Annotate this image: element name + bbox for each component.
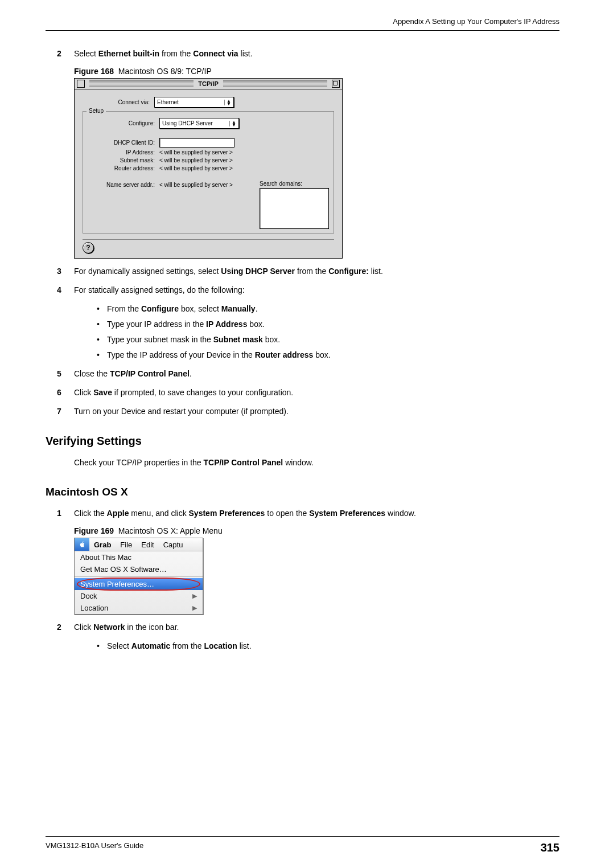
footer-guide: VMG1312-B10A User's Guide: [46, 841, 143, 854]
verifying-settings-heading: Verifying Settings: [46, 435, 559, 448]
configure-label: Configure:: [88, 120, 159, 126]
text: Click: [74, 388, 93, 397]
close-box-icon[interactable]: [77, 80, 85, 88]
menu-item-dock[interactable]: Dock▶: [75, 590, 203, 602]
bold: Network: [93, 623, 125, 632]
text: menu, and click: [129, 509, 188, 518]
step-4: 4 For statically assigned settings, do t…: [57, 284, 559, 296]
step-text: For statically assigned settings, do the…: [74, 284, 559, 296]
macintosh-osx-heading: Macintosh OS X: [46, 486, 559, 498]
menu-separator: [75, 576, 203, 577]
setup-legend: Setup: [87, 108, 106, 114]
figure-title: Macintosh OS 8/9: TCP/IP: [118, 67, 212, 76]
subnet-mask-label: Subnet mask:: [88, 157, 159, 163]
step-number: 6: [57, 387, 74, 399]
setup-group: Setup Configure: Using DHCP Server ▲▼ DH…: [83, 111, 334, 234]
connect-via-popup[interactable]: Ethernet ▲▼: [154, 97, 234, 108]
step-text: Turn on your Device and restart your com…: [74, 406, 559, 417]
text: box.: [313, 350, 330, 359]
router-address-label: Router address:: [88, 165, 159, 171]
step-7: 7 Turn on your Device and restart your c…: [57, 406, 559, 417]
bold: Manually: [221, 304, 256, 313]
text: From the: [107, 304, 141, 313]
menu-item-system-preferences[interactable]: System Preferences…: [75, 578, 203, 590]
menu-item-label: Get Mac OS X Software…: [80, 565, 167, 574]
step-text: Click Save if prompted, to save changes …: [74, 387, 559, 399]
osx-step-2-bullets: • Select Automatic from the Location lis…: [97, 640, 559, 652]
popup-arrows-icon: ▲▼: [224, 100, 231, 105]
step-number: 5: [57, 368, 74, 380]
menu-item-get-software[interactable]: Get Mac OS X Software…: [75, 563, 203, 575]
menu-bar-item-edit[interactable]: Edit: [137, 541, 158, 549]
ip-address-value: < will be supplied by server >: [159, 149, 233, 155]
bold: Ethernet built-in: [98, 49, 159, 58]
text: if prompted, to save changes to your con…: [112, 388, 293, 397]
step-3: 3 For dynamically assigned settings, sel…: [57, 265, 559, 277]
menu-item-label: About This Mac: [80, 553, 131, 562]
bold: IP Address: [206, 320, 247, 329]
text: Select: [74, 49, 98, 58]
bullet-dot: •: [97, 349, 107, 361]
subnet-mask-value: < will be supplied by server >: [159, 157, 233, 163]
menu-bar-item-capture[interactable]: Captu: [159, 541, 188, 549]
zoom-box-icon[interactable]: [332, 80, 340, 88]
apple-logo-icon: [79, 541, 86, 548]
dhcp-client-id-label: DHCP Client ID:: [88, 140, 159, 146]
text: Close the: [74, 369, 110, 378]
bold: Automatic: [131, 641, 170, 650]
bullet-item: • Type your IP address in the IP Address…: [97, 318, 559, 330]
text: Select: [107, 641, 131, 650]
text: list.: [238, 49, 253, 58]
step-text: Click Network in the icon bar.: [74, 621, 559, 633]
bold: Apple: [107, 509, 129, 518]
text: window.: [385, 509, 416, 518]
text: Check your TCP/IP properties in the: [74, 458, 203, 467]
help-icon: ?: [86, 244, 90, 252]
bold: Location: [204, 641, 237, 650]
help-button[interactable]: ?: [83, 242, 94, 253]
configure-value: Using DHCP Server: [162, 120, 213, 126]
submenu-arrow-icon: ▶: [192, 592, 197, 600]
menu-item-about[interactable]: About This Mac: [75, 551, 203, 563]
bold: System Preferences: [189, 509, 265, 518]
bold: Using DHCP Server: [221, 267, 295, 276]
bullet-item: • Type the IP address of your Device in …: [97, 349, 559, 361]
dhcp-client-id-input[interactable]: [159, 138, 234, 148]
step-number: 7: [57, 406, 74, 417]
window-title: TCP/IP: [194, 80, 223, 87]
text: list.: [369, 267, 383, 276]
bullet-item: • From the Configure box, select Manuall…: [97, 303, 559, 315]
bold: Configure: [141, 304, 179, 313]
step-6: 6 Click Save if prompted, to save change…: [57, 387, 559, 399]
step-number: 1: [57, 507, 74, 519]
name-server-value: < will be supplied by server >: [159, 181, 260, 188]
step-text: Close the TCP/IP Control Panel.: [74, 368, 559, 380]
step-number: 3: [57, 265, 74, 277]
search-domains-input[interactable]: [260, 188, 329, 229]
text: Click: [74, 623, 93, 632]
text: box.: [247, 320, 264, 329]
bullet-dot: •: [97, 303, 107, 315]
text: .: [256, 304, 258, 313]
osx-step-2: 2 Click Network in the icon bar.: [57, 621, 559, 633]
menu-item-location[interactable]: Location▶: [75, 602, 203, 614]
figure-169-caption: Figure 169 Macintosh OS X: Apple Menu: [74, 526, 559, 535]
router-address-value: < will be supplied by server >: [159, 165, 233, 171]
text: to open the: [265, 509, 309, 518]
text: window.: [283, 458, 314, 467]
configure-popup[interactable]: Using DHCP Server ▲▼: [159, 118, 239, 129]
apple-menu-button[interactable]: [75, 538, 89, 551]
menu-item-label: Location: [80, 604, 108, 612]
text: Type the IP address of your Device in th…: [107, 350, 255, 359]
bold: TCP/IP Control Panel: [110, 369, 190, 378]
step-text: Select Ethernet built-in from the Connec…: [74, 48, 559, 60]
text: For dynamically assigned settings, selec…: [74, 267, 221, 276]
menu-bar-item-grab[interactable]: Grab: [89, 541, 116, 549]
bullet-dot: •: [97, 640, 107, 652]
titlebar: TCP/IP: [75, 79, 342, 89]
bold: Save: [93, 388, 112, 397]
bold: Connect via: [193, 49, 238, 58]
name-server-label: Name server addr.:: [88, 181, 159, 188]
tcpip-window: TCP/IP Connect via: Ethernet ▲▼ Setup Co…: [74, 78, 343, 259]
menu-bar-item-file[interactable]: File: [116, 541, 137, 549]
